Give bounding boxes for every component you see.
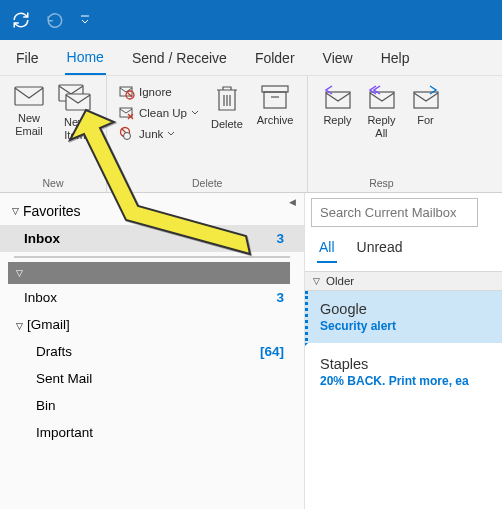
collapse-sidebar-icon[interactable]: ◀ bbox=[289, 197, 296, 207]
title-bar bbox=[0, 0, 502, 40]
folder-inbox[interactable]: Inbox 3 bbox=[0, 225, 304, 252]
menu-tabs: File Home Send / Receive Folder View Hel… bbox=[0, 40, 502, 76]
svg-rect-14 bbox=[414, 92, 438, 108]
new-items-button[interactable]: New Item bbox=[52, 80, 98, 174]
folder-sent[interactable]: Sent Mail bbox=[0, 365, 304, 392]
svg-rect-10 bbox=[262, 86, 288, 92]
mail-item[interactable]: Staples 20% BACK. Print more, ea bbox=[305, 346, 502, 401]
tab-send-receive[interactable]: Send / Receive bbox=[130, 42, 229, 74]
ribbon-group-label: Delete bbox=[115, 174, 299, 190]
ignore-button[interactable]: Ignore bbox=[115, 82, 203, 102]
ignore-icon bbox=[119, 84, 135, 100]
tab-help[interactable]: Help bbox=[379, 42, 412, 74]
mail-pane: All Unread ▽ Older Google Security alert… bbox=[305, 193, 502, 509]
envelope-stack-icon bbox=[58, 84, 92, 112]
sync-icon[interactable] bbox=[12, 11, 30, 29]
ribbon-group-delete: Ignore Clean Up Junk Delete bbox=[107, 76, 308, 192]
chevron-down-icon bbox=[167, 130, 175, 138]
account-header[interactable]: ▽ bbox=[8, 262, 290, 284]
mail-group-older[interactable]: ▽ Older bbox=[305, 271, 502, 291]
clean-up-button[interactable]: Clean Up bbox=[115, 103, 203, 123]
mail-item[interactable]: Google Security alert bbox=[305, 291, 502, 346]
ribbon-group-label: New bbox=[8, 174, 98, 190]
ribbon-group-label: Resp bbox=[316, 174, 446, 190]
search-input[interactable] bbox=[311, 198, 478, 227]
reply-all-button[interactable]: Reply All bbox=[360, 80, 402, 174]
reply-all-icon bbox=[366, 84, 396, 110]
reply-icon bbox=[322, 84, 352, 110]
tab-file[interactable]: File bbox=[14, 42, 41, 74]
folder-important[interactable]: Important bbox=[0, 419, 304, 446]
tab-folder[interactable]: Folder bbox=[253, 42, 297, 74]
favorites-header[interactable]: ▽ Favorites bbox=[0, 193, 304, 225]
chevron-down-icon: ▽ bbox=[313, 276, 320, 286]
svg-rect-11 bbox=[264, 92, 286, 108]
junk-icon bbox=[119, 126, 135, 142]
forward-icon bbox=[410, 84, 440, 110]
folder-inbox[interactable]: Inbox 3 bbox=[0, 284, 304, 311]
clean-up-icon bbox=[119, 105, 135, 121]
undo-icon[interactable] bbox=[46, 11, 64, 29]
svg-point-9 bbox=[124, 133, 131, 140]
ribbon-group-respond: Reply Reply All For Resp bbox=[308, 76, 454, 192]
mail-sender: Google bbox=[320, 301, 490, 317]
svg-rect-12 bbox=[326, 92, 350, 108]
ribbon-group-new: New Email New Item New bbox=[0, 76, 107, 192]
tab-view[interactable]: View bbox=[321, 42, 355, 74]
archive-button[interactable]: Archive bbox=[251, 80, 300, 174]
chevron-down-icon: ▽ bbox=[12, 206, 19, 216]
archive-icon bbox=[260, 84, 290, 110]
junk-button[interactable]: Junk bbox=[115, 124, 203, 144]
mail-subject: 20% BACK. Print more, ea bbox=[320, 374, 490, 388]
svg-rect-2 bbox=[66, 94, 90, 110]
folder-drafts[interactable]: Drafts [64] bbox=[0, 338, 304, 365]
ribbon: New Email New Item New Ignore Clean Up bbox=[0, 76, 502, 193]
reply-button[interactable]: Reply bbox=[316, 80, 358, 174]
sidebar: ◀ ▽ Favorites Inbox 3 ▽ Inbox 3 ▽[Gmail]… bbox=[0, 193, 305, 509]
trash-icon bbox=[214, 84, 240, 114]
mail-sender: Staples bbox=[320, 356, 490, 372]
svg-rect-0 bbox=[15, 87, 43, 105]
svg-rect-13 bbox=[370, 92, 394, 108]
new-email-button[interactable]: New Email bbox=[8, 80, 50, 174]
envelope-icon bbox=[14, 84, 44, 108]
delete-button[interactable]: Delete bbox=[205, 80, 249, 174]
forward-button[interactable]: For bbox=[404, 80, 446, 174]
divider bbox=[14, 256, 290, 258]
quickaccess-dropdown-icon[interactable] bbox=[80, 15, 90, 25]
filter-tabs: All Unread bbox=[305, 235, 502, 263]
chevron-down-icon bbox=[191, 109, 199, 117]
mail-subject: Security alert bbox=[320, 319, 490, 333]
folder-gmail[interactable]: ▽[Gmail] bbox=[0, 311, 304, 338]
folder-bin[interactable]: Bin bbox=[0, 392, 304, 419]
chevron-down-icon: ▽ bbox=[16, 268, 23, 278]
filter-unread[interactable]: Unread bbox=[355, 235, 405, 263]
filter-all[interactable]: All bbox=[317, 235, 337, 263]
tab-home[interactable]: Home bbox=[65, 41, 106, 75]
